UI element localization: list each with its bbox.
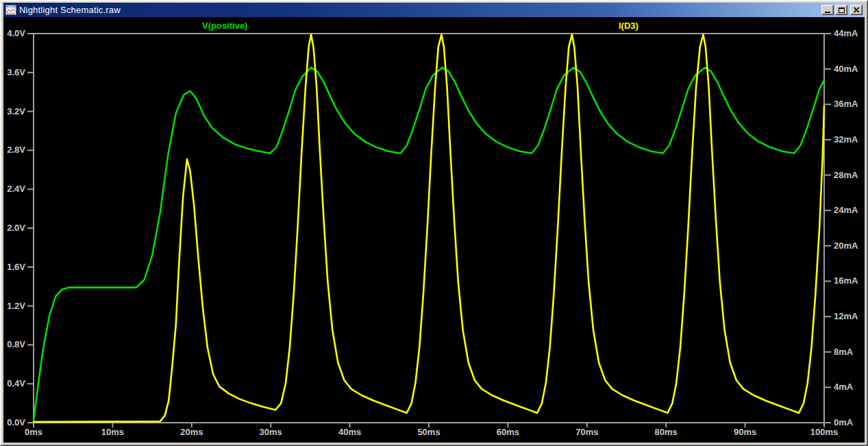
y-left-tick-label: 4.0V (7, 28, 25, 38)
y-left-tick-label: 3.6V (7, 67, 25, 77)
x-tick-label: 100ms (810, 427, 838, 437)
plot-area[interactable]: 0ms10ms20ms30ms40ms50ms60ms70ms80ms90ms1… (0, 0, 868, 446)
y-left-tick-label: 1.6V (7, 262, 25, 272)
x-tick-label: 70ms (575, 427, 598, 437)
y-left-tick-label: 2.0V (7, 223, 25, 233)
legend-i-d3[interactable]: I(D3) (619, 21, 638, 31)
x-tick-label: 80ms (655, 427, 678, 437)
y-right-tick-label: 0mA (834, 417, 854, 428)
trace-V(positive)[interactable] (34, 68, 824, 421)
y-left-tick-label: 3.2V (7, 106, 25, 116)
x-tick-label: 30ms (260, 427, 282, 437)
x-tick-label: 50ms (417, 427, 440, 437)
x-tick-label: 20ms (180, 427, 203, 437)
x-tick-label: 40ms (338, 427, 361, 437)
x-tick-label: 60ms (497, 427, 519, 437)
trace-I(D3)[interactable] (34, 34, 824, 421)
y-right-tick-label: 32mA (834, 134, 858, 145)
plot-border (34, 34, 824, 423)
y-left-tick-label: 0.4V (7, 378, 25, 388)
y-right-tick-label: 8mA (834, 347, 854, 357)
x-tick-label: 90ms (734, 427, 756, 437)
y-right-tick-label: 4mA (834, 382, 854, 392)
y-right-tick-label: 40mA (834, 64, 858, 74)
y-left-tick-label: 0.0V (7, 417, 25, 428)
y-right-tick-label: 20mA (834, 240, 858, 251)
x-tick-label: 0ms (25, 427, 42, 437)
y-right-tick-label: 12mA (834, 311, 858, 321)
x-tick-label: 10ms (101, 427, 124, 437)
y-right-tick-label: 36mA (834, 99, 858, 109)
y-left-tick-label: 0.8V (7, 339, 25, 349)
y-right-tick-label: 44mA (834, 28, 858, 38)
y-left-tick-label: 1.2V (7, 301, 25, 311)
y-left-tick-label: 2.8V (7, 145, 25, 155)
y-right-tick-label: 28mA (834, 170, 858, 180)
legend-v-positive[interactable]: V(positive) (202, 21, 247, 31)
y-right-tick-label: 24mA (834, 205, 858, 215)
y-left-tick-label: 2.4V (7, 184, 25, 194)
y-right-tick-label: 16mA (834, 275, 858, 286)
